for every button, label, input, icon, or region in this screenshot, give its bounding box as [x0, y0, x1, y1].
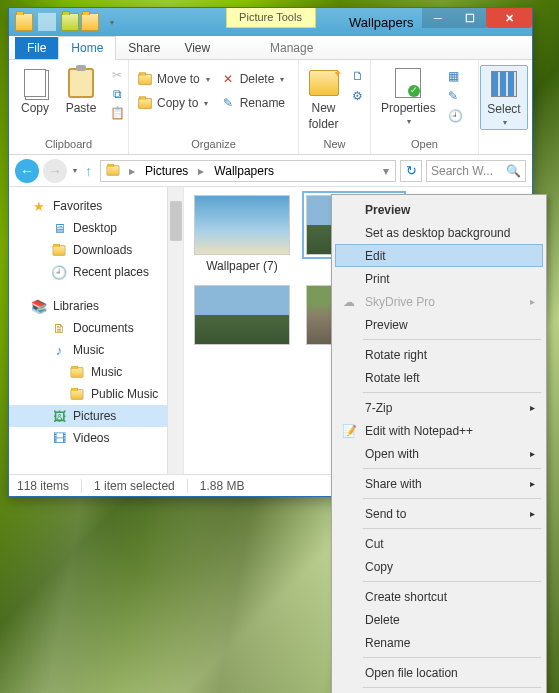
- search-input[interactable]: Search W...🔍: [426, 160, 526, 182]
- ctx-open-with[interactable]: Open with▸: [335, 442, 543, 465]
- tree-downloads[interactable]: Downloads: [9, 239, 183, 261]
- paste-shortcut-button[interactable]: 📋: [109, 105, 125, 121]
- tree-scrollbar[interactable]: [167, 187, 183, 474]
- ctx-shortcut[interactable]: Create shortcut: [335, 585, 543, 608]
- title-bar[interactable]: ▾ Picture Tools Wallpapers ─ ☐ ✕: [9, 8, 532, 36]
- minimize-button[interactable]: ─: [422, 8, 454, 28]
- tree-favorites[interactable]: ★Favorites: [9, 195, 183, 217]
- ribbon: Copy Paste ✂ ⧉ 📋 Clipboard Move to▾ Copy…: [9, 60, 532, 155]
- edit-icon[interactable]: ✎: [448, 89, 463, 103]
- tab-home[interactable]: Home: [58, 36, 116, 60]
- tab-share[interactable]: Share: [116, 37, 172, 59]
- ctx-skydrive[interactable]: ☁SkyDrive Pro▸: [335, 290, 543, 313]
- window-title: Wallpapers: [349, 15, 414, 30]
- status-selected: 1 item selected: [94, 479, 188, 493]
- tab-file[interactable]: File: [15, 37, 58, 59]
- file-thumb[interactable]: [192, 285, 292, 345]
- ctx-rotate-right[interactable]: Rotate right: [335, 343, 543, 366]
- select-button[interactable]: Select▾: [480, 65, 527, 130]
- quick-access-toolbar: ▾: [9, 13, 127, 31]
- back-button[interactable]: ←: [15, 159, 39, 183]
- tab-manage[interactable]: Manage: [258, 37, 325, 59]
- group-new: New: [303, 136, 366, 152]
- group-clipboard: Clipboard: [13, 136, 124, 152]
- cut-button[interactable]: ✂: [109, 67, 125, 83]
- copyto-button[interactable]: Copy to▾: [137, 95, 210, 111]
- rename-button[interactable]: ✎Rename: [220, 95, 285, 111]
- qat-dropdown-icon[interactable]: ▾: [103, 13, 121, 31]
- tree-public-music[interactable]: Public Music: [9, 383, 183, 405]
- tree-music[interactable]: ♪Music: [9, 339, 183, 361]
- notepadpp-icon: 📝: [341, 423, 357, 439]
- qat-newfolder-icon[interactable]: [81, 13, 99, 31]
- copy-button[interactable]: Copy: [13, 65, 57, 117]
- context-menu: Preview Set as desktop background Edit P…: [331, 194, 547, 693]
- skydrive-icon: ☁: [341, 294, 357, 310]
- qat-properties-icon[interactable]: [61, 13, 79, 31]
- ctx-open-location[interactable]: Open file location: [335, 661, 543, 684]
- tree-pictures[interactable]: 🖼Pictures: [9, 405, 183, 427]
- ctx-send-to[interactable]: Send to▸: [335, 502, 543, 525]
- tree-videos[interactable]: 🎞Videos: [9, 427, 183, 449]
- new-item-icon[interactable]: 🗋: [352, 69, 364, 83]
- copy-path-button[interactable]: ⧉: [109, 86, 125, 102]
- ctx-share-with[interactable]: Share with▸: [335, 472, 543, 495]
- ctx-copy[interactable]: Copy: [335, 555, 543, 578]
- up-button[interactable]: ↑: [81, 163, 96, 179]
- delete-button[interactable]: ✕Delete▾: [220, 71, 285, 87]
- forward-button[interactable]: →: [43, 159, 67, 183]
- tree-desktop[interactable]: 🖥Desktop: [9, 217, 183, 239]
- status-count: 118 items: [17, 479, 82, 493]
- maximize-button[interactable]: ☐: [454, 8, 486, 28]
- ctx-preview[interactable]: Preview: [335, 198, 543, 221]
- ribbon-tabs: File Home Share View Manage: [9, 36, 532, 60]
- file-thumb[interactable]: Wallpaper (7): [192, 195, 292, 273]
- tree-libraries[interactable]: 📚Libraries: [9, 295, 183, 317]
- status-size: 1.88 MB: [200, 479, 257, 493]
- ctx-edit-npp[interactable]: 📝Edit with Notepad++: [335, 419, 543, 442]
- history-dropdown-icon[interactable]: ▾: [73, 166, 77, 175]
- address-bar[interactable]: ▸ Pictures▸ Wallpapers ▾: [100, 160, 396, 182]
- nav-bar: ← → ▾ ↑ ▸ Pictures▸ Wallpapers ▾ ↻ Searc…: [9, 155, 532, 187]
- ctx-edit[interactable]: Edit: [335, 244, 543, 267]
- history-icon[interactable]: 🕘: [448, 109, 463, 123]
- ctx-set-background[interactable]: Set as desktop background: [335, 221, 543, 244]
- ctx-7zip[interactable]: 7-Zip▸: [335, 396, 543, 419]
- system-menu-icon[interactable]: [15, 13, 33, 31]
- paste-button[interactable]: Paste: [59, 65, 103, 117]
- ctx-cut[interactable]: Cut: [335, 532, 543, 555]
- tree-music-sub[interactable]: Music: [9, 361, 183, 383]
- crumb-wallpapers[interactable]: Wallpapers: [210, 164, 278, 178]
- ctx-preview2[interactable]: Preview: [335, 313, 543, 336]
- ctx-rename[interactable]: Rename: [335, 631, 543, 654]
- properties-button[interactable]: Properties▾: [375, 65, 442, 128]
- refresh-button[interactable]: ↻: [400, 160, 422, 182]
- tree-recent[interactable]: 🕘Recent places: [9, 261, 183, 283]
- group-select: [483, 136, 525, 152]
- tab-view[interactable]: View: [172, 37, 222, 59]
- contextual-tab-label: Picture Tools: [226, 8, 316, 28]
- group-organize: Organize: [133, 136, 294, 152]
- moveto-button[interactable]: Move to▾: [137, 71, 210, 87]
- group-open: Open: [375, 136, 474, 152]
- crumb-pictures[interactable]: Pictures: [141, 164, 192, 178]
- ctx-rotate-left[interactable]: Rotate left: [335, 366, 543, 389]
- nav-tree: ★Favorites 🖥Desktop Downloads 🕘Recent pl…: [9, 187, 184, 474]
- tree-documents[interactable]: 🗎Documents: [9, 317, 183, 339]
- ctx-delete[interactable]: Delete: [335, 608, 543, 631]
- new-folder-button[interactable]: Newfolder: [302, 65, 346, 133]
- close-button[interactable]: ✕: [486, 8, 532, 28]
- ctx-print[interactable]: Print: [335, 267, 543, 290]
- search-icon: 🔍: [506, 164, 521, 178]
- open-icon[interactable]: ▦: [448, 69, 463, 83]
- easy-access-icon[interactable]: ⚙: [352, 89, 364, 103]
